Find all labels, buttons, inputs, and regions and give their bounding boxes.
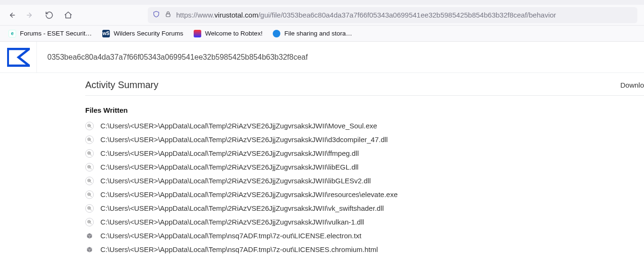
file-path: C:\Users\<USER>\AppData\Local\Temp\2RiAz… [100,176,371,186]
virustotal-logo[interactable] [0,42,37,73]
download-link[interactable]: Downlo [620,81,644,89]
section-title: Activity Summary [85,80,158,90]
file-path: C:\Users\<USER>\AppData\Local\Temp\2RiAz… [100,162,358,172]
magnify-icon[interactable] [85,149,94,158]
file-path: C:\Users\<USER>\AppData\Local\Temp\2RiAz… [100,121,377,131]
file-path: C:\Users\<USER>\AppData\Local\Temp\2RiAz… [100,148,359,158]
nav-buttons [7,10,73,20]
activity-summary-header: Activity Summary Downlo [85,78,644,96]
svg-line-16 [90,168,92,169]
bookmark-mediafire[interactable]: File sharing and stora… [273,30,352,37]
eset-icon: e [9,30,16,37]
bookmark-robtex[interactable]: Welcome to Robtex! [194,30,262,37]
file-path: C:\Users\<USER>\AppData\Local\Temp\2RiAz… [100,189,398,199]
box-icon[interactable] [85,245,94,254]
browser-tab-strip [0,0,644,5]
file-hash: 0353bea6c80a4da37a7f66f05343a0699541ee32… [37,53,308,62]
home-button[interactable] [63,10,73,20]
list-item: C:\Users\<USER>\AppData\Local\Temp\2RiAz… [85,119,644,133]
shield-icon [152,10,160,20]
robtex-icon [194,30,201,37]
cloud-icon [273,30,280,37]
url-icons [152,10,171,20]
lock-icon [165,10,171,20]
svg-line-24 [90,195,92,197]
page-header: 0353bea6c80a4da37a7f66f05343a0699541ee32… [0,42,644,73]
files-written-list: C:\Users\<USER>\AppData\Local\Temp\2RiAz… [85,119,644,256]
forward-button[interactable] [26,10,35,20]
list-item: C:\Users\<USER>\AppData\Local\Temp\2RiAz… [85,215,644,229]
file-path: C:\Users\<USER>\AppData\Local\Temp\nsq7A… [100,244,378,254]
reload-button[interactable] [45,10,54,20]
svg-line-32 [90,223,92,224]
file-path: C:\Users\<USER>\AppData\Local\Temp\2RiAz… [100,217,364,227]
content-area: Activity Summary Downlo Files Written C:… [0,73,644,256]
magnify-icon[interactable] [85,190,94,199]
magnify-icon[interactable] [85,122,94,130]
svg-rect-2 [166,14,170,17]
file-path: C:\Users\<USER>\AppData\Local\Temp\2RiAz… [100,203,384,213]
bookmark-label: Wilders Security Forums [114,30,183,37]
list-item: C:\Users\<USER>\AppData\Local\Temp\nsq7A… [85,243,644,256]
magnify-icon[interactable] [85,218,94,226]
bookmark-label: Forums - ESET Securit… [20,30,92,37]
bookmark-eset[interactable]: e Forums - ESET Securit… [9,30,92,37]
url-text: https://www.virustotal.com/gui/file/0353… [176,11,556,19]
svg-line-20 [90,181,92,183]
url-bar[interactable]: https://www.virustotal.com/gui/file/0353… [148,7,637,23]
list-item: C:\Users\<USER>\AppData\Local\Temp\2RiAz… [85,174,644,188]
url-path: /gui/file/0353bea6c80a4da37a7f66f05343a0… [258,11,556,19]
list-item: C:\Users\<USER>\AppData\Local\Temp\2RiAz… [85,201,644,215]
bookmark-wilders[interactable]: wS Wilders Security Forums [102,30,183,37]
bookmark-label: Welcome to Robtex! [205,30,262,37]
files-written-heading: Files Written [85,106,644,114]
list-item: C:\Users\<USER>\AppData\Local\Temp\2RiAz… [85,133,644,146]
back-button[interactable] [7,10,16,20]
file-path: C:\Users\<USER>\AppData\Local\Temp\nsq7A… [100,231,361,241]
list-item: C:\Users\<USER>\AppData\Local\Temp\2RiAz… [85,160,644,174]
bookmark-label: File sharing and stora… [284,30,352,37]
list-item: C:\Users\<USER>\AppData\Local\Temp\2RiAz… [85,146,644,160]
magnify-icon[interactable] [85,177,94,185]
magnify-icon[interactable] [85,163,94,171]
list-item: C:\Users\<USER>\AppData\Local\Temp\nsq7A… [85,229,644,243]
box-icon[interactable] [85,232,94,240]
ws-icon: wS [102,30,110,37]
svg-line-4 [90,126,92,128]
bookmarks-bar: e Forums - ESET Securit… wS Wilders Secu… [0,26,644,42]
url-prefix: https://www. [176,11,215,19]
list-item: C:\Users\<USER>\AppData\Local\Temp\2RiAz… [85,188,644,201]
magnify-icon[interactable] [85,204,94,213]
magnify-icon[interactable] [85,135,94,144]
svg-line-28 [90,209,92,210]
file-path: C:\Users\<USER>\AppData\Local\Temp\2RiAz… [100,135,388,144]
url-host: virustotal.com [215,11,259,19]
svg-line-8 [90,140,92,142]
browser-toolbar: https://www.virustotal.com/gui/file/0353… [0,5,644,26]
svg-line-12 [90,154,92,155]
